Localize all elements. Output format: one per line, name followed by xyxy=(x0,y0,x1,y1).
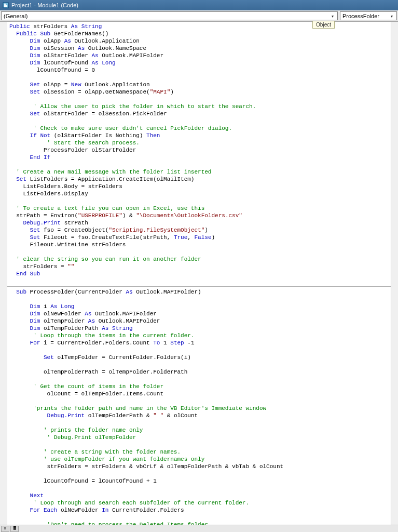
svg-rect-3 xyxy=(4,6,7,7)
svg-rect-1 xyxy=(4,4,6,5)
view-mode-bar: ≡ ≣ xyxy=(0,525,398,532)
window-title: Project1 - Module1 (Code) xyxy=(11,2,78,8)
code-text[interactable]: Public strFolders As String Public Sub G… xyxy=(7,22,398,286)
margin-indicator-bar xyxy=(7,22,7,525)
vba-module-icon xyxy=(2,2,9,9)
title-bar: Project1 - Module1 (Code) xyxy=(0,0,398,10)
full-module-view-button[interactable]: ≣ xyxy=(10,526,19,532)
vertical-scrollbar[interactable] xyxy=(391,22,398,525)
chevron-down-icon: ▾ xyxy=(388,12,395,20)
procedure-dropdown-value: ProcessFolder xyxy=(342,13,379,19)
procedure-view-button[interactable]: ≡ xyxy=(1,526,9,532)
tooltip: Object xyxy=(312,21,335,29)
object-dropdown[interactable]: (General) ▾ xyxy=(1,11,338,20)
procedure-dropdown[interactable]: ProcessFolder ▾ xyxy=(340,11,397,20)
svg-rect-2 xyxy=(4,5,7,6)
code-editor[interactable]: Public strFolders As String Public Sub G… xyxy=(0,22,398,525)
chevron-down-icon: ▾ xyxy=(329,12,336,20)
object-procedure-row: (General) ▾ ProcessFolder ▾ xyxy=(0,10,398,22)
object-dropdown-value: (General) xyxy=(4,13,28,19)
